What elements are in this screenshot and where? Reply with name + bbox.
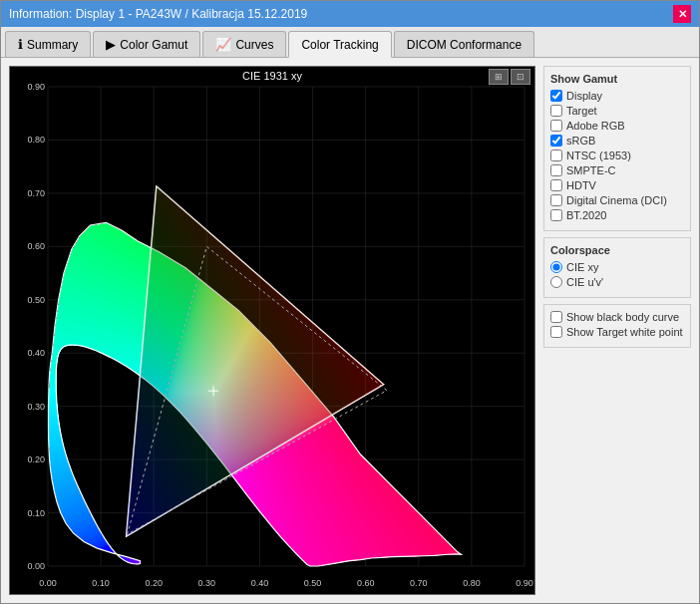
colorspace-section: Colorspace CIE xy CIE u'v' bbox=[543, 237, 691, 298]
srgb-checkbox[interactable] bbox=[550, 135, 562, 147]
checkbox-dci: Digital Cinema (DCI) bbox=[550, 194, 684, 206]
content-area: CIE 1931 xy ⊞ ⊡ Show Gamut Display Targe… bbox=[1, 58, 699, 603]
checkbox-display: Display bbox=[550, 90, 684, 102]
bt2020-checkbox[interactable] bbox=[550, 209, 562, 221]
black-body-checkbox[interactable] bbox=[550, 311, 562, 323]
radio-cie-xy: CIE xy bbox=[550, 261, 684, 273]
cie-chart-canvas bbox=[10, 67, 534, 594]
ntsc-label: NTSC (1953) bbox=[566, 150, 631, 161]
tab-color-gamut[interactable]: ▶ Color Gamut bbox=[93, 31, 200, 57]
checkbox-smpte: SMPTE-C bbox=[550, 164, 684, 176]
cie-uv-label: CIE u'v' bbox=[566, 276, 603, 288]
checkbox-adobe-rgb: Adobe RGB bbox=[550, 120, 684, 132]
title-bar: Information: Display 1 - PA243W / Kalibr… bbox=[1, 1, 699, 27]
checkbox-target: Target bbox=[550, 105, 684, 117]
hdtv-label: HDTV bbox=[566, 179, 596, 191]
close-button[interactable]: ✕ bbox=[673, 5, 691, 23]
checkbox-ntsc: NTSC (1953) bbox=[550, 150, 684, 161]
zoom-button[interactable]: ⊞ bbox=[489, 69, 509, 85]
colorspace-title: Colorspace bbox=[550, 244, 684, 256]
target-white-checkbox[interactable] bbox=[550, 326, 562, 338]
extra-options-section: Show black body curve Show Target white … bbox=[543, 304, 691, 348]
cie-xy-label: CIE xy bbox=[566, 261, 598, 273]
checkbox-hdtv: HDTV bbox=[550, 179, 684, 191]
chart-toolbar: ⊞ ⊡ bbox=[489, 69, 530, 85]
srgb-label: sRGB bbox=[566, 135, 595, 147]
cie-uv-radio[interactable] bbox=[550, 276, 562, 288]
smpte-label: SMPTE-C bbox=[566, 164, 616, 176]
tab-color-gamut-label: Color Gamut bbox=[120, 38, 187, 52]
bt2020-label: BT.2020 bbox=[566, 209, 606, 221]
ntsc-checkbox[interactable] bbox=[550, 150, 562, 161]
tab-dicom-label: DICOM Conformance bbox=[407, 38, 522, 52]
chart-container: CIE 1931 xy ⊞ ⊡ bbox=[9, 66, 535, 595]
hdtv-checkbox[interactable] bbox=[550, 179, 562, 191]
window-title: Information: Display 1 - PA243W / Kalibr… bbox=[9, 7, 307, 21]
target-checkbox[interactable] bbox=[550, 105, 562, 117]
adobe-rgb-label: Adobe RGB bbox=[566, 120, 625, 132]
main-window: Information: Display 1 - PA243W / Kalibr… bbox=[0, 0, 700, 604]
reset-button[interactable]: ⊡ bbox=[511, 69, 530, 85]
cie-xy-radio[interactable] bbox=[550, 261, 562, 273]
tab-curves-label: Curves bbox=[235, 38, 273, 52]
checkbox-target-white: Show Target white point bbox=[550, 326, 684, 338]
show-gamut-title: Show Gamut bbox=[550, 73, 684, 85]
target-label: Target bbox=[566, 105, 597, 117]
tab-curves[interactable]: 📈 Curves bbox=[202, 31, 286, 57]
checkbox-srgb: sRGB bbox=[550, 135, 684, 147]
display-checkbox[interactable] bbox=[550, 90, 562, 102]
color-gamut-icon: ▶ bbox=[106, 37, 116, 52]
chart-title: CIE 1931 xy bbox=[10, 67, 534, 85]
right-panel: Show Gamut Display Target Adobe RGB sRGB bbox=[543, 66, 691, 595]
checkbox-black-body: Show black body curve bbox=[550, 311, 684, 323]
show-gamut-section: Show Gamut Display Target Adobe RGB sRGB bbox=[543, 66, 691, 231]
tab-color-tracking[interactable]: Color Tracking bbox=[288, 31, 391, 58]
display-label: Display bbox=[566, 90, 602, 102]
dci-checkbox[interactable] bbox=[550, 194, 562, 206]
adobe-rgb-checkbox[interactable] bbox=[550, 120, 562, 132]
black-body-label: Show black body curve bbox=[566, 311, 679, 323]
tab-bar: ℹ Summary ▶ Color Gamut 📈 Curves Color T… bbox=[1, 27, 699, 58]
target-white-label: Show Target white point bbox=[566, 326, 683, 338]
checkbox-bt2020: BT.2020 bbox=[550, 209, 684, 221]
tab-color-tracking-label: Color Tracking bbox=[301, 38, 378, 52]
tab-summary[interactable]: ℹ Summary bbox=[5, 31, 91, 57]
tab-dicom[interactable]: DICOM Conformance bbox=[394, 31, 534, 57]
radio-cie-uv: CIE u'v' bbox=[550, 276, 684, 288]
curves-icon: 📈 bbox=[215, 37, 231, 52]
smpte-checkbox[interactable] bbox=[550, 164, 562, 176]
dci-label: Digital Cinema (DCI) bbox=[566, 194, 667, 206]
tab-summary-label: Summary bbox=[27, 38, 78, 52]
summary-icon: ℹ bbox=[18, 37, 23, 52]
